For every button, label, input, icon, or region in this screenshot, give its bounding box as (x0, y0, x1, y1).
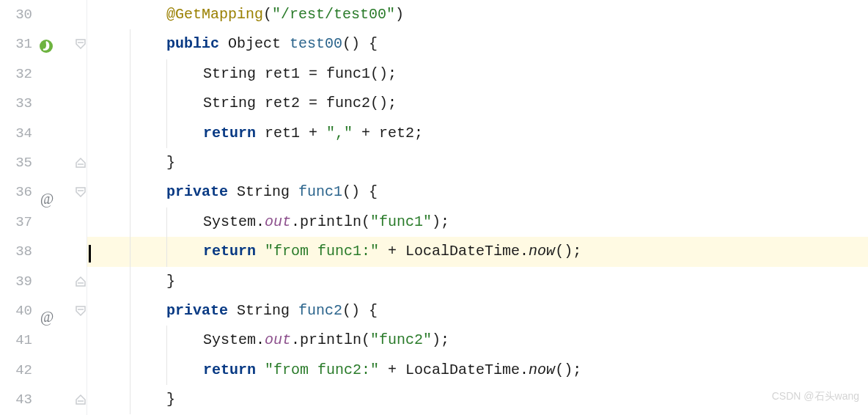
token-plain: System. (203, 208, 265, 237)
gutter-line: 38 (0, 237, 87, 266)
code-editor: 30313233343536@37383940@414243 @GetMappi… (0, 0, 868, 415)
token-plain: String (228, 177, 298, 207)
text-caret (89, 245, 91, 262)
at-icon[interactable]: @ (38, 184, 56, 202)
token-plain: + LocalDateTime. (379, 356, 529, 385)
indent-guide (130, 267, 130, 296)
line-number[interactable]: 39 (0, 267, 37, 296)
line-number[interactable]: 31 (0, 29, 37, 59)
gutter-line: 32 (0, 59, 87, 89)
token-static-it: out (265, 326, 291, 355)
gutter-line: 42 (0, 356, 87, 385)
code-line[interactable]: return "from func2:" + LocalDateTime.now… (87, 356, 868, 385)
line-number[interactable]: 42 (0, 356, 37, 385)
line-number[interactable]: 30 (0, 0, 37, 29)
line-number[interactable]: 41 (0, 326, 37, 355)
line-number[interactable]: 32 (0, 59, 37, 89)
fold-close-icon[interactable] (74, 391, 87, 408)
token-str: "/rest/test00" (272, 0, 395, 29)
token-func-decl: test00 (290, 29, 342, 59)
indent-guide (130, 356, 130, 385)
token-kw: public (166, 29, 219, 59)
token-plain: (); (555, 237, 581, 266)
token-kw: private (166, 296, 228, 326)
at-icon[interactable]: @ (38, 302, 56, 320)
indent-guide (130, 89, 130, 118)
line-number[interactable]: 38 (0, 237, 37, 266)
token-str: "from func1:" (265, 237, 379, 266)
token-plain: Object (219, 29, 290, 59)
token-plain: + LocalDateTime. (379, 237, 529, 266)
token-plain: ret1 + (256, 119, 326, 148)
token-call-it: now (529, 237, 555, 266)
indent-guide (130, 29, 130, 59)
token-call-it: now (529, 356, 555, 385)
gutter: 30313233343536@37383940@414243 (0, 0, 87, 415)
code-line[interactable]: } (87, 385, 868, 414)
token-plain: String ret2 = func2(); (203, 89, 397, 118)
indent-guide (166, 208, 167, 237)
gutter-line: 31 (0, 29, 87, 59)
code-line[interactable]: return "from func1:" + LocalDateTime.now… (87, 237, 868, 266)
code-line[interactable]: System.out.println("func2"); (87, 326, 868, 355)
indent-guide (130, 385, 130, 414)
code-line[interactable]: public Object test00() { (87, 29, 868, 59)
token-func-decl: func1 (298, 177, 342, 207)
token-plain: .println( (291, 326, 370, 355)
indent-guide (130, 119, 130, 148)
token-plain: String ret1 = func1(); (203, 59, 397, 89)
token-plain (256, 356, 265, 385)
fold-close-icon[interactable] (74, 273, 87, 290)
token-plain: (); (555, 356, 581, 385)
token-plain (256, 237, 265, 266)
token-plain: } (166, 267, 175, 296)
code-line[interactable]: @GetMapping("/rest/test00") (87, 0, 868, 29)
line-number[interactable]: 37 (0, 208, 37, 237)
token-plain: ); (432, 208, 449, 237)
code-line[interactable]: } (87, 148, 868, 177)
line-number[interactable]: 43 (0, 385, 37, 414)
gutter-line: 41 (0, 326, 87, 355)
svg-point-1 (43, 48, 45, 50)
indent-guide (130, 177, 130, 207)
fold-open-icon[interactable] (74, 183, 87, 201)
token-str: "from func2:" (265, 356, 379, 385)
token-annot: @GetMapping (166, 0, 263, 29)
gutter-line: 34 (0, 119, 87, 148)
code-line[interactable]: } (87, 267, 868, 296)
token-kw: return (203, 119, 256, 148)
line-number[interactable]: 34 (0, 119, 37, 148)
fold-close-icon[interactable] (74, 154, 87, 172)
token-kw: return (203, 237, 256, 266)
code-line[interactable]: System.out.println("func1"); (87, 208, 868, 237)
code-area[interactable]: @GetMapping("/rest/test00")public Object… (87, 0, 868, 415)
indent-guide (130, 208, 130, 237)
line-number[interactable]: 36 (0, 177, 37, 207)
spring-bean-icon[interactable] (38, 36, 56, 54)
indent-guide (166, 59, 167, 89)
code-line[interactable]: String ret1 = func1(); (87, 59, 868, 89)
indent-guide (130, 59, 130, 89)
code-line[interactable]: private String func2() { (87, 296, 868, 326)
line-number[interactable]: 40 (0, 296, 37, 326)
indent-guide (166, 326, 167, 355)
code-line[interactable]: String ret2 = func2(); (87, 89, 868, 118)
gutter-line: 33 (0, 89, 87, 118)
fold-open-icon[interactable] (74, 35, 87, 53)
fold-open-icon[interactable] (74, 302, 87, 320)
code-line[interactable]: return ret1 + "," + ret2; (87, 119, 868, 148)
token-plain: () { (342, 29, 378, 59)
line-number[interactable]: 33 (0, 89, 37, 118)
token-plain: ( (263, 0, 272, 29)
token-plain: + ret2; (353, 119, 423, 148)
token-plain: ); (432, 326, 449, 355)
line-number[interactable]: 35 (0, 148, 37, 177)
indent-guide (166, 237, 167, 266)
indent-guide (166, 119, 167, 148)
token-plain: () { (342, 296, 378, 326)
code-line[interactable]: private String func1() { (87, 177, 868, 207)
gutter-line: 43 (0, 385, 87, 414)
gutter-line: 37 (0, 208, 87, 237)
gutter-line: 39 (0, 267, 87, 296)
token-str: "," (326, 119, 353, 148)
